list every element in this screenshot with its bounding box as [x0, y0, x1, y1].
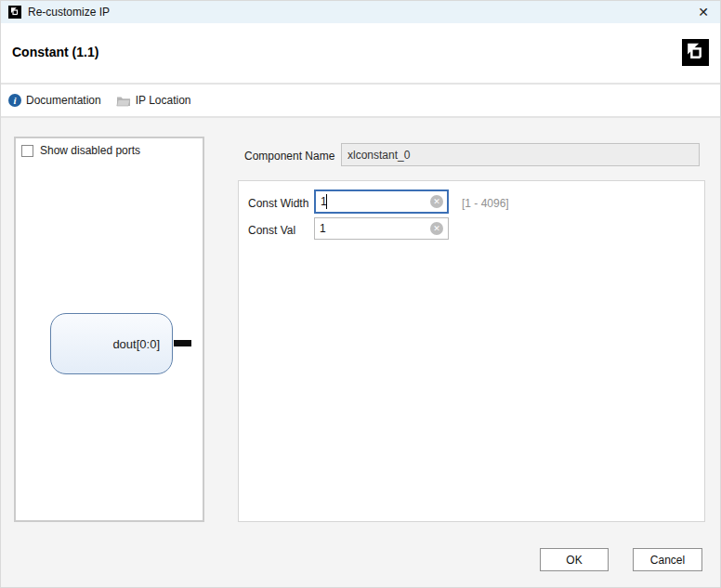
const-width-field-wrap: ✕: [314, 189, 449, 214]
show-disabled-ports-option[interactable]: Show disabled ports: [21, 144, 140, 157]
xilinx-logo-icon: [8, 6, 21, 19]
parameters-panel: Const Width ✕ [1 - 4096] Const Val ✕: [238, 180, 705, 522]
text-caret: [326, 194, 327, 209]
ip-location-label: IP Location: [136, 94, 191, 107]
documentation-button[interactable]: i Documentation: [8, 94, 101, 107]
xilinx-logo-large-icon: [682, 39, 709, 66]
component-name-label: Component Name: [244, 150, 334, 163]
cancel-button[interactable]: Cancel: [633, 548, 702, 571]
window-title: Re-customize IP: [28, 6, 110, 19]
title-bar: Re-customize IP ✕: [1, 1, 721, 23]
const-val-field-wrap: ✕: [314, 217, 449, 240]
ip-location-button[interactable]: IP Location: [116, 94, 191, 107]
component-name-field: [341, 143, 700, 166]
ip-symbol-panel: Show disabled ports dout[0:0]: [14, 137, 204, 522]
ip-title: Constant (1.1): [12, 45, 98, 59]
const-width-range-hint: [1 - 4096]: [462, 197, 509, 210]
const-val-input[interactable]: [314, 217, 449, 240]
folder-icon: [116, 95, 131, 107]
const-width-input[interactable]: [314, 189, 449, 214]
recustomize-ip-dialog: Re-customize IP ✕ Constant (1.1) i Docum…: [0, 0, 721, 588]
info-icon: i: [8, 94, 21, 107]
show-disabled-ports-checkbox[interactable]: [21, 145, 33, 157]
const-width-label: Const Width: [248, 197, 308, 210]
documentation-label: Documentation: [26, 94, 101, 107]
show-disabled-ports-label: Show disabled ports: [40, 144, 140, 157]
close-icon[interactable]: ✕: [695, 4, 712, 20]
dout-port-stub: [174, 340, 191, 346]
clear-icon[interactable]: ✕: [430, 195, 443, 208]
dialog-toolbar: i Documentation IP Location: [1, 85, 721, 118]
clear-icon[interactable]: ✕: [430, 222, 443, 235]
dialog-header: Constant (1.1): [1, 23, 721, 85]
ok-button[interactable]: OK: [540, 548, 609, 571]
ip-block-symbol: dout[0:0]: [50, 313, 173, 374]
const-val-label: Const Val: [248, 224, 295, 237]
dout-port-label: dout[0:0]: [112, 337, 160, 351]
